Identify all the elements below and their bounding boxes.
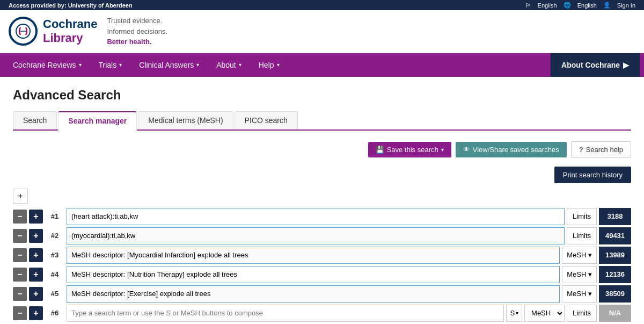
view-share-button-top[interactable]: 👁 View/Share saved searches xyxy=(456,142,567,157)
flag-icon: 🏳 xyxy=(525,2,531,9)
mesh-button-4[interactable]: MeSH ▾ xyxy=(562,266,597,283)
limits-button-1[interactable]: Limits xyxy=(567,208,597,225)
arrow-right-icon: ▶ xyxy=(623,61,629,69)
chevron-down-icon: ▾ xyxy=(196,62,199,68)
search-input-4[interactable] xyxy=(67,266,560,283)
limits-button-6[interactable]: Limits xyxy=(567,305,597,322)
chevron-down-icon: ▾ xyxy=(441,147,444,153)
remove-row-5-button[interactable]: − xyxy=(13,287,27,301)
search-row-1: − + #1 Limits 3188 xyxy=(13,208,631,225)
result-count-2: 49431 xyxy=(599,227,631,244)
row-num-3: #3 xyxy=(45,251,64,259)
remove-row-6-button[interactable]: − xyxy=(13,306,27,320)
search-input-1[interactable] xyxy=(67,208,565,225)
search-input-2[interactable] xyxy=(67,227,565,244)
cochrane-text: Cochrane xyxy=(43,17,97,31)
library-text: Library xyxy=(43,31,83,45)
result-count-6: N/A xyxy=(599,305,631,322)
add-row-2-button[interactable]: + xyxy=(29,229,43,243)
lang-flag-link[interactable]: English xyxy=(538,2,557,9)
remove-row-3-button[interactable]: − xyxy=(13,248,27,262)
add-row-6-button[interactable]: + xyxy=(29,306,43,320)
eye-icon: 👁 xyxy=(463,146,470,154)
question-icon: ? xyxy=(579,146,583,154)
nav-trials[interactable]: Trials ▾ xyxy=(90,53,131,77)
chevron-down-icon: ▾ xyxy=(119,62,122,68)
tab-pico-search[interactable]: PICO search xyxy=(235,111,298,129)
search-row-4: − + #4 MeSH ▾ 12136 xyxy=(13,266,631,283)
search-input-5[interactable] xyxy=(67,285,560,303)
search-help-button-top[interactable]: ? Search help xyxy=(571,141,631,158)
add-row-5-button[interactable]: + xyxy=(29,287,43,301)
tab-bar: Search Search manager Medical terms (MeS… xyxy=(13,111,631,131)
mesh-select-6[interactable]: MeSH xyxy=(524,305,565,322)
nav-help[interactable]: Help ▾ xyxy=(250,53,288,77)
search-row-3: − + #3 MeSH ▾ 13989 xyxy=(13,247,631,264)
remove-row-4-button[interactable]: − xyxy=(13,268,27,282)
nav-about[interactable]: About ▾ xyxy=(208,53,250,77)
lang-globe-link[interactable]: English xyxy=(577,2,597,9)
user-icon: 👤 xyxy=(603,2,611,9)
page-content: Advanced Search Search Search manager Me… xyxy=(0,77,644,325)
save-icon: 💾 xyxy=(376,146,384,154)
add-row-button[interactable]: + xyxy=(13,189,28,204)
globe-icon: 🌐 xyxy=(564,2,571,9)
mesh-button-3[interactable]: MeSH ▾ xyxy=(562,247,597,264)
row-num-5: #5 xyxy=(45,290,64,298)
row-num-2: #2 xyxy=(45,232,64,240)
row-num-6: #6 xyxy=(45,309,64,317)
page-title: Advanced Search xyxy=(13,88,631,103)
chevron-down-icon: ▾ xyxy=(277,62,280,68)
add-row-1-button[interactable]: + xyxy=(29,210,43,224)
s-dropdown-6[interactable]: S ▾ xyxy=(506,305,522,322)
add-row-3-button[interactable]: + xyxy=(29,248,43,262)
chevron-down-icon: ▾ xyxy=(239,62,241,68)
site-header: Cochrane Library Trusted evidence. Infor… xyxy=(0,10,644,53)
result-count-3: 13989 xyxy=(599,247,631,264)
tagline: Trusted evidence. Informed decisions. Be… xyxy=(107,16,167,47)
print-history-button-top[interactable]: Print search history xyxy=(554,167,631,183)
nav-clinical-answers[interactable]: Clinical Answers ▾ xyxy=(130,53,208,77)
save-search-button-top[interactable]: 💾 Save this search ▾ xyxy=(368,142,451,157)
search-area: + − + #1 Limits 3188 − + #2 Limits 49431 xyxy=(13,189,631,325)
about-cochrane-button[interactable]: About Cochrane ▶ xyxy=(551,53,640,77)
search-row-5: − + #5 MeSH ▾ 38509 xyxy=(13,285,631,303)
remove-row-1-button[interactable]: − xyxy=(13,210,27,224)
main-nav: Cochrane Reviews ▾ Trials ▾ Clinical Ans… xyxy=(0,53,644,77)
search-input-6[interactable] xyxy=(67,305,504,322)
logo-text: Cochrane Library xyxy=(43,17,97,46)
access-info: Access provided by: University of Aberde… xyxy=(9,2,133,9)
mesh-button-5[interactable]: MeSH ▾ xyxy=(562,285,597,303)
logo-circle xyxy=(9,17,38,46)
search-row-6: − + #6 S ▾ MeSH Limits N/A xyxy=(13,305,631,322)
nav-cochrane-reviews[interactable]: Cochrane Reviews ▾ xyxy=(4,53,90,77)
search-row-2: − + #2 Limits 49431 xyxy=(13,227,631,244)
tab-search-manager[interactable]: Search manager xyxy=(58,111,137,131)
remove-row-2-button[interactable]: − xyxy=(13,229,27,243)
result-count-5: 38509 xyxy=(599,285,631,303)
tab-search[interactable]: Search xyxy=(13,111,57,129)
chevron-down-icon: ▾ xyxy=(79,62,82,68)
result-count-1: 3188 xyxy=(599,208,631,225)
logo-area: Cochrane Library xyxy=(9,17,97,46)
result-count-4: 12136 xyxy=(599,266,631,283)
search-toolbar-top: 💾 Save this search ▾ 👁 View/Share saved … xyxy=(13,141,631,158)
top-bar: Access provided by: University of Aberde… xyxy=(0,0,644,10)
add-row-4-button[interactable]: + xyxy=(29,268,43,282)
row-num-1: #1 xyxy=(45,212,64,220)
search-input-3[interactable] xyxy=(67,247,560,264)
limits-button-2[interactable]: Limits xyxy=(567,227,597,244)
row-num-4: #4 xyxy=(45,270,64,278)
tab-medical-terms[interactable]: Medical terms (MeSH) xyxy=(138,111,233,129)
sign-in-link[interactable]: Sign In xyxy=(617,2,635,9)
